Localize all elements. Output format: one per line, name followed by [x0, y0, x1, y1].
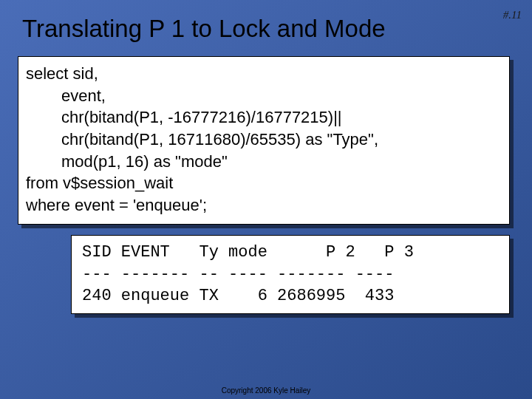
code-line: select sid,	[26, 64, 98, 83]
code-line: from v$session_wait	[26, 174, 173, 192]
result-row: 240 enqueue TX 6 2686995 433	[82, 287, 394, 305]
page-number: #.11	[503, 9, 522, 21]
slide-title: Translating P 1 to Lock and Mode	[22, 15, 519, 43]
result-header: SID EVENT Ty mode P 2 P 3	[82, 243, 414, 262]
code-line: chr(bitand(P1, -16777216)/16777215)||	[26, 106, 499, 129]
slide: #.11 Translating P 1 to Lock and Mode se…	[0, 0, 532, 399]
code-line: event,	[26, 85, 499, 107]
copyright: Copyright 2006 Kyle Hailey	[0, 386, 532, 395]
sql-code-block: select sid, event, chr(bitand(P1, -16777…	[18, 56, 510, 225]
code-line: mod(p1, 16) as "mode"	[26, 151, 499, 173]
code-line: where event = 'enqueue';	[26, 196, 207, 214]
code-line: chr(bitand(P1, 16711680)/65535) as "Type…	[26, 129, 499, 151]
result-separator: --- ------- -- ---- ------- ----	[82, 265, 394, 284]
result-block: SID EVENT Ty mode P 2 P 3 --- ------- --…	[71, 235, 510, 314]
